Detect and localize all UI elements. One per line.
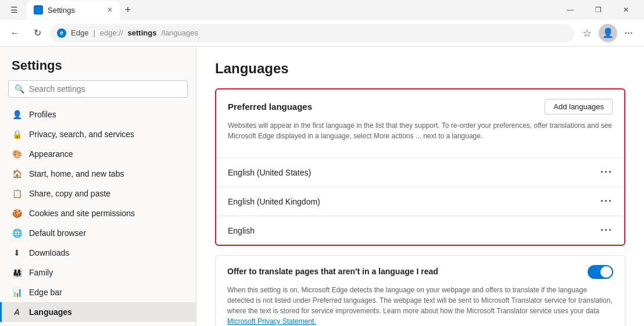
nav-right-controls: ☆ 👤 ··· (578, 24, 638, 42)
sidebar-title: Settings (0, 53, 196, 80)
privacy-icon: 🔒 (12, 129, 22, 139)
language-more-button-1[interactable]: ··· (600, 195, 613, 207)
sidebar-item-cookies[interactable]: 🍪 Cookies and site permissions (0, 203, 196, 223)
add-languages-button[interactable]: Add languages (545, 99, 613, 114)
sidebar-item-label: Downloads (29, 248, 69, 257)
family-icon: 👨‍👩‍👧 (12, 267, 22, 278)
page-title: Languages (215, 60, 625, 77)
sidebar-item-label: Start, home, and new tabs (29, 169, 124, 178)
close-button[interactable]: ✕ (613, 1, 639, 19)
language-name: English (United Kingdom) (228, 197, 320, 206)
nav-items: 👤 Profiles 🔒 Privacy, search, and servic… (0, 102, 196, 326)
sidebar-item-edge-bar[interactable]: 📊 Edge bar (0, 282, 196, 302)
preferred-languages-desc: Websites will appear in the first langua… (228, 120, 613, 141)
sidebar-item-downloads[interactable]: ⬇ Downloads (0, 243, 196, 263)
search-icon: 🔍 (15, 84, 24, 94)
appearance-icon: 🎨 (12, 149, 22, 159)
sidebar-item-start-home[interactable]: 🏠 Start, home, and new tabs (0, 164, 196, 184)
translate-description: When this setting is on, Microsoft Edge … (227, 285, 613, 326)
refresh-button[interactable]: ↻ (28, 24, 46, 42)
section-header: Preferred languages Add languages (228, 99, 613, 114)
sidebar-item-label: Cookies and site permissions (29, 209, 135, 218)
preferred-languages-section: Preferred languages Add languages Websit… (215, 88, 625, 246)
active-tab[interactable]: Settings ✕ (27, 1, 120, 19)
sidebar-item-label: Default browser (29, 228, 86, 238)
profile-button[interactable]: 👤 (599, 24, 617, 42)
sidebar-item-label: Share, copy and paste (29, 189, 110, 198)
section-inner: Preferred languages Add languages Websit… (216, 89, 624, 157)
sidebar-item-printers[interactable]: 🖨 Printers (0, 322, 196, 326)
sidebar-item-privacy[interactable]: 🔒 Privacy, search, and services (0, 124, 196, 144)
sidebar-toggle[interactable]: ☰ (5, 1, 23, 19)
sidebar-item-label: Privacy, search, and services (29, 130, 134, 139)
translate-desc-text: When this setting is on, Microsoft Edge … (227, 286, 613, 315)
address-edge-label: Edge (71, 28, 88, 37)
minimize-button[interactable]: — (557, 1, 584, 19)
address-bar[interactable]: e Edge | edge://settings/languages (50, 24, 574, 42)
sidebar-item-label: Edge bar (29, 288, 62, 297)
main-layout: Settings 🔍 👤 Profiles 🔒 Privacy, search,… (0, 46, 644, 326)
default-browser-icon: 🌐 (12, 228, 22, 238)
start-home-icon: 🏠 (12, 169, 22, 179)
favorites-button[interactable]: ☆ (578, 24, 596, 42)
language-more-button-2[interactable]: ··· (600, 224, 613, 237)
toggle-thumb (600, 266, 612, 278)
downloads-icon: ⬇ (12, 248, 22, 258)
translate-header: Offer to translate pages that aren't in … (227, 265, 613, 279)
language-row-2: English ··· (216, 216, 624, 245)
sidebar-item-family[interactable]: 👨‍👩‍👧 Family (0, 263, 196, 282)
sidebar-item-label: Profiles (29, 110, 56, 119)
sidebar-item-appearance[interactable]: 🎨 Appearance (0, 144, 196, 164)
address-prefix: edge:// (100, 28, 123, 37)
language-row-1: English (United Kingdom) ··· (216, 187, 624, 216)
tab-bar: Settings ✕ + (27, 1, 553, 19)
sidebar-item-label: Languages (29, 307, 72, 317)
profiles-icon: 👤 (12, 109, 22, 120)
edge-logo: e (57, 28, 66, 38)
language-name: English (United States) (228, 168, 311, 177)
maximize-button[interactable]: ❐ (585, 1, 611, 19)
sidebar-item-profiles[interactable]: 👤 Profiles (0, 105, 196, 124)
language-name: English (228, 226, 255, 235)
settings-more-button[interactable]: ··· (620, 24, 638, 42)
search-input[interactable] (29, 84, 181, 94)
preferred-languages-title: Preferred languages (228, 102, 312, 112)
translate-title: Offer to translate pages that aren't in … (227, 266, 438, 278)
sidebar: Settings 🔍 👤 Profiles 🔒 Privacy, search,… (0, 46, 196, 326)
tab-favicon (34, 5, 43, 15)
edge-bar-icon: 📊 (12, 287, 22, 298)
nav-bar: ← ↻ e Edge | edge://settings/languages ☆… (0, 20, 644, 46)
new-tab-button[interactable]: + (120, 2, 136, 18)
language-row-0: English (United States) ··· (216, 157, 624, 187)
sidebar-item-default-browser[interactable]: 🌐 Default browser (0, 223, 196, 243)
translate-toggle[interactable] (588, 265, 613, 279)
address-bold: settings (128, 28, 157, 37)
languages-icon: A (12, 307, 22, 317)
language-more-button-0[interactable]: ··· (600, 166, 613, 178)
privacy-statement-link[interactable]: Microsoft Privacy Statement. (227, 317, 316, 325)
back-button[interactable]: ← (6, 24, 24, 42)
address-separator: | (93, 28, 95, 37)
address-suffix: /languages (161, 28, 198, 37)
cookies-icon: 🍪 (12, 208, 22, 218)
window-controls: — ❐ ✕ (557, 1, 639, 19)
sidebar-item-languages[interactable]: A Languages (0, 302, 196, 322)
share-icon: 📋 (12, 188, 22, 199)
title-bar-left: ☰ (5, 1, 23, 19)
translate-section: Offer to translate pages that aren't in … (215, 255, 625, 326)
sidebar-item-label: Family (29, 268, 53, 277)
title-bar: ☰ Settings ✕ + — ❐ ✕ (0, 0, 644, 20)
search-box[interactable]: 🔍 (8, 80, 188, 98)
content-area: Languages Preferred languages Add langua… (196, 46, 644, 326)
tab-close-button[interactable]: ✕ (107, 6, 113, 14)
tab-title: Settings (48, 6, 75, 15)
sidebar-item-label: Appearance (29, 149, 73, 159)
sidebar-item-share[interactable]: 📋 Share, copy and paste (0, 184, 196, 203)
